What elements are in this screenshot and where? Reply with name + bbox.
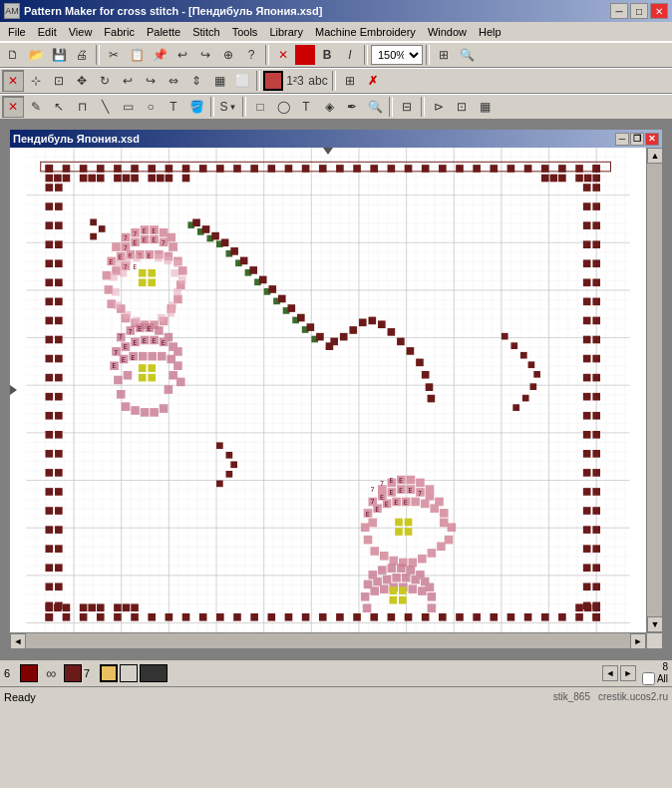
redo-button[interactable]: ↪	[194, 44, 216, 66]
eyedrop-tool[interactable]: ✒	[341, 96, 363, 118]
all-checkbox[interactable]	[642, 672, 655, 685]
scroll-up-button[interactable]: ▲	[647, 148, 663, 164]
abc[interactable]: abc	[307, 70, 329, 92]
redo2[interactable]: ↪	[140, 70, 162, 92]
inner-minimize[interactable]: ─	[615, 133, 629, 146]
s-tool[interactable]: S▼	[217, 96, 239, 118]
circle-outline[interactable]: ◯	[272, 96, 294, 118]
svg-rect-526	[520, 352, 527, 359]
svg-rect-193	[46, 240, 54, 248]
cut-button[interactable]: ✂	[103, 44, 125, 66]
cursor-button[interactable]: ⊕	[217, 44, 239, 66]
scroll-track-v[interactable]	[647, 164, 662, 616]
open-button[interactable]: 📂	[25, 44, 47, 66]
bottom-scroll-right[interactable]: ►	[620, 665, 636, 681]
square-outline[interactable]: □	[249, 96, 271, 118]
pencil-tool[interactable]: ✎	[25, 96, 47, 118]
erase-tool[interactable]: ◈	[318, 96, 340, 118]
zoom-select[interactable]: 150% 50% 75% 100% 200% 300%	[371, 45, 423, 65]
horizontal-scrollbar[interactable]: ◄ ►	[10, 632, 646, 648]
color-fill-button[interactable]	[295, 45, 315, 65]
bottom-scroll-left[interactable]: ◄	[602, 665, 618, 681]
canvas-container[interactable]: 77 EE 7E EE 7 EE EE E 7E	[10, 148, 646, 632]
numbers[interactable]: 1²3	[284, 70, 306, 92]
circle-tool[interactable]: ○	[140, 96, 162, 118]
move-tool[interactable]: ✥	[71, 70, 93, 92]
save-button[interactable]: 💾	[48, 44, 70, 66]
help-cursor-button[interactable]: ?	[240, 44, 262, 66]
italic-button[interactable]: I	[339, 44, 361, 66]
svg-rect-537	[173, 259, 181, 267]
menu-window[interactable]: Window	[422, 24, 473, 40]
flip-h[interactable]: ⇔	[163, 70, 184, 92]
undo-button[interactable]: ↩	[171, 44, 193, 66]
print-button[interactable]: 🖨	[71, 44, 93, 66]
menu-library[interactable]: Library	[263, 24, 309, 40]
minimize-button[interactable]: ─	[610, 3, 628, 19]
rotate-tool[interactable]: ↻	[94, 70, 116, 92]
menu-palette[interactable]: Palette	[141, 24, 186, 40]
cross-x[interactable]: ✗	[362, 70, 384, 92]
undo2[interactable]: ↩	[117, 70, 139, 92]
maximize-button[interactable]: □	[630, 3, 648, 19]
fill-area[interactable]: ▦	[208, 70, 230, 92]
svg-rect-465	[409, 559, 418, 568]
select-rect[interactable]: ⊡	[48, 70, 70, 92]
line-tool[interactable]: ╲	[94, 96, 116, 118]
cross-button[interactable]: ✕	[272, 44, 294, 66]
fill-tool[interactable]: 🪣	[185, 96, 207, 118]
inner-restore[interactable]: ❐	[630, 133, 644, 146]
color-swatch-4[interactable]	[140, 664, 168, 682]
zoom-tool[interactable]: 🔍	[364, 96, 386, 118]
bold-button[interactable]: B	[316, 44, 338, 66]
svg-rect-267	[524, 613, 532, 621]
cross-tool[interactable]: ✕	[2, 96, 24, 118]
select-lasso[interactable]: ⊓	[71, 96, 93, 118]
paste-button[interactable]: 📌	[149, 44, 170, 66]
copy-button[interactable]: 📋	[126, 44, 148, 66]
menu-stitch[interactable]: Stitch	[186, 24, 226, 40]
zoom-in-button[interactable]: 🔍	[456, 44, 478, 66]
vertical-scrollbar[interactable]: ▲ ▼	[646, 148, 662, 632]
menu-tools[interactable]: Tools	[226, 24, 264, 40]
rect-tool[interactable]: ▭	[117, 96, 139, 118]
menu-edit[interactable]: Edit	[32, 24, 63, 40]
menu-machine-embroidery[interactable]: Machine Embroidery	[309, 24, 422, 40]
scroll-left-button[interactable]: ◄	[10, 633, 26, 649]
color-swatch-active[interactable]	[100, 664, 118, 682]
menu-fabric[interactable]: Fabric	[98, 24, 141, 40]
infinity-btn[interactable]: ∞	[40, 662, 62, 684]
close-button[interactable]: ✕	[650, 3, 668, 19]
arrow-tool[interactable]: ↖	[48, 96, 70, 118]
svg-rect-459	[364, 536, 373, 545]
select-tool[interactable]: ⊹	[25, 70, 47, 92]
scroll-track-h[interactable]	[26, 633, 630, 648]
color-swatch-1[interactable]	[20, 664, 38, 682]
svg-rect-355	[240, 257, 248, 265]
text-tool2[interactable]: T	[295, 96, 317, 118]
tool-a[interactable]: ⊳	[428, 96, 450, 118]
color-swatch-3[interactable]	[120, 664, 138, 682]
tool-c[interactable]: ▦	[474, 96, 496, 118]
tool-b[interactable]: ⊡	[451, 96, 473, 118]
grid-button[interactable]: ⊞	[433, 44, 455, 66]
grid-toggle[interactable]: ⊞	[339, 70, 361, 92]
flip-v[interactable]: ⇕	[185, 70, 207, 92]
inner-close[interactable]: ✕	[645, 133, 659, 146]
text-tool[interactable]: T	[163, 96, 184, 118]
color-picker[interactable]	[263, 71, 283, 91]
svg-text:E: E	[409, 487, 413, 495]
new-button[interactable]: 🗋	[2, 44, 24, 66]
menu-view[interactable]: View	[63, 24, 99, 40]
svg-rect-262	[439, 613, 447, 621]
scroll-down-button[interactable]: ▼	[647, 616, 663, 632]
color-swatch-2[interactable]	[64, 664, 82, 682]
menu-file[interactable]: File	[2, 24, 32, 40]
menu-help[interactable]: Help	[473, 24, 507, 40]
svg-rect-487	[405, 528, 413, 536]
frame-tool[interactable]: ⊟	[396, 96, 418, 118]
scroll-right-button[interactable]: ►	[630, 633, 646, 649]
cancel-button[interactable]: ✕	[2, 70, 24, 92]
svg-rect-430	[426, 383, 434, 391]
clear-area[interactable]: ⬜	[231, 70, 253, 92]
